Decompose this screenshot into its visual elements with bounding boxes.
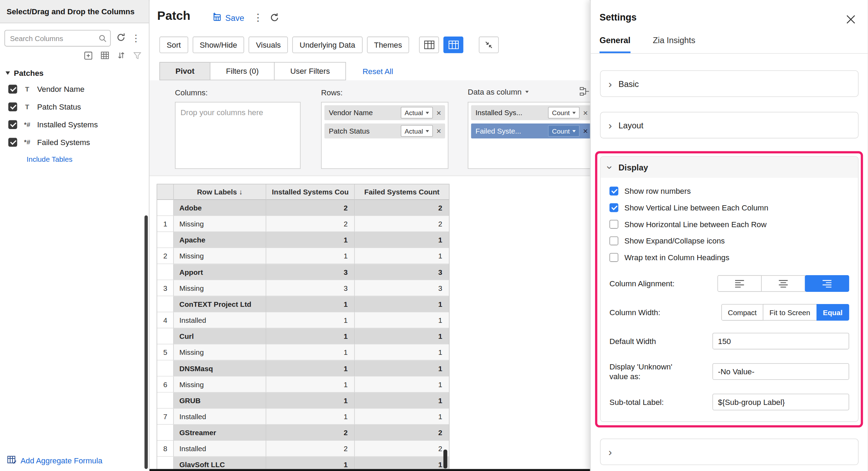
row-label-cell[interactable]: Installed: [174, 409, 266, 425]
reset-all-link[interactable]: Reset All: [363, 67, 393, 75]
pivot-view-button[interactable]: [443, 37, 463, 53]
value-cell[interactable]: 2: [355, 441, 449, 457]
value-cell[interactable]: 3: [355, 264, 449, 280]
close-icon[interactable]: [846, 14, 856, 26]
collapse-panel-button[interactable]: [479, 37, 499, 53]
toolbar-button-underlying-data[interactable]: Underlying Data: [292, 37, 362, 53]
column-width-option[interactable]: Fit to Screen: [763, 304, 817, 321]
toolbar-button-show-hide[interactable]: Show/Hide: [192, 37, 244, 53]
value-cell[interactable]: 1: [266, 296, 355, 312]
value-cell[interactable]: 1: [266, 393, 355, 409]
row-chip-patch-status[interactable]: Patch Status Actual ×: [324, 123, 445, 138]
sort-columns-icon[interactable]: [117, 51, 125, 62]
field-item[interactable]: T Patch Status: [0, 98, 149, 116]
value-cell[interactable]: 1: [266, 409, 355, 425]
grid-view-icon[interactable]: [101, 51, 109, 62]
display-option-row[interactable]: Show row numbers: [610, 186, 849, 195]
value-cell[interactable]: 1: [266, 328, 355, 344]
column-header[interactable]: Installed Systems Cou: [266, 184, 355, 200]
value-cell[interactable]: 1: [355, 232, 449, 248]
patches-tree-toggle[interactable]: Patches: [0, 64, 149, 80]
row-label-cell[interactable]: Apport: [174, 264, 266, 280]
section-basic[interactable]: › Basic: [600, 70, 859, 97]
value-cell[interactable]: 2: [266, 425, 355, 441]
column-header[interactable]: Row Labels ↓: [174, 184, 266, 200]
value-cell[interactable]: 3: [355, 280, 449, 296]
field-item[interactable]: T Vendor Name: [0, 80, 149, 98]
tab-filters[interactable]: Filters (0): [210, 62, 275, 80]
filter-columns-icon[interactable]: [134, 51, 141, 62]
row-label-cell[interactable]: Installed: [174, 441, 266, 457]
data-chip-failed-systems[interactable]: Failed Syste... Count ×: [471, 123, 590, 138]
field-checkbox[interactable]: [8, 102, 17, 111]
value-cell[interactable]: 2: [355, 200, 449, 216]
align-center-button[interactable]: [761, 275, 805, 292]
row-chip-vendor-name[interactable]: Vendor Name Actual ×: [324, 105, 445, 120]
report-more-icon[interactable]: ⋮: [253, 11, 263, 24]
value-cell[interactable]: 2: [266, 200, 355, 216]
row-label-cell[interactable]: GRUB: [174, 393, 266, 409]
option-checkbox[interactable]: [610, 203, 618, 212]
section-layout[interactable]: › Layout: [600, 112, 859, 138]
row-label-cell[interactable]: Missing: [174, 248, 266, 264]
row-label-cell[interactable]: GStreamer: [174, 425, 266, 441]
field-checkbox[interactable]: [8, 85, 17, 94]
column-header[interactable]: Failed Systems Count: [355, 184, 449, 200]
section-next-partial[interactable]: ›: [600, 439, 859, 465]
add-aggregate-row[interactable]: Add Aggregate Formula: [7, 455, 103, 466]
column-width-option[interactable]: Equal: [816, 304, 849, 321]
rows-dropzone[interactable]: Vendor Name Actual × Patch Status Actual…: [321, 102, 448, 169]
toolbar-button-themes[interactable]: Themes: [367, 37, 409, 53]
row-label-cell[interactable]: Missing: [174, 376, 266, 392]
row-label-cell[interactable]: Curl: [174, 328, 266, 344]
sidebar-more-icon[interactable]: ⋮: [131, 33, 140, 43]
value-cell[interactable]: 1: [266, 376, 355, 392]
add-aggregate-link[interactable]: Add Aggregate Formula: [21, 456, 102, 465]
value-cell[interactable]: 2: [355, 425, 449, 441]
data-dropzone[interactable]: Installed Sys... Count × Failed Syste...…: [468, 102, 590, 169]
tab-user-filters[interactable]: User Filters: [274, 62, 346, 80]
field-item[interactable]: *# Failed Systems: [0, 134, 149, 151]
field-checkbox[interactable]: [8, 120, 17, 129]
display-option-row[interactable]: Wrap text in Column Headings: [610, 253, 849, 262]
refresh-icon[interactable]: [116, 32, 126, 44]
table-view-button[interactable]: [419, 37, 439, 53]
value-cell[interactable]: 1: [355, 409, 449, 425]
value-cell[interactable]: 1: [355, 296, 449, 312]
toolbar-button-visuals[interactable]: Visuals: [249, 37, 288, 53]
value-cell[interactable]: 1: [266, 248, 355, 264]
main-horizontal-scrollbar[interactable]: [150, 469, 590, 471]
option-checkbox[interactable]: [610, 186, 618, 195]
search-columns-box[interactable]: [5, 30, 111, 47]
align-left-button[interactable]: [717, 275, 762, 292]
sidebar-scrollbar[interactable]: [144, 215, 148, 469]
tab-pivot[interactable]: Pivot: [159, 62, 210, 80]
column-width-option[interactable]: Compact: [721, 304, 763, 321]
value-cell[interactable]: 1: [355, 312, 449, 328]
aggregate-select[interactable]: Count: [548, 107, 580, 118]
option-checkbox[interactable]: [610, 253, 618, 262]
aggregate-select[interactable]: Actual: [401, 125, 433, 137]
row-label-cell[interactable]: ConTEXT Project Ltd: [174, 296, 266, 312]
search-columns-input[interactable]: [5, 31, 110, 46]
undo-icon[interactable]: [270, 12, 280, 24]
aggregate-select[interactable]: Count: [548, 125, 580, 137]
field-checkbox[interactable]: [8, 138, 17, 146]
display-option-row[interactable]: Show Vertical Line between Each Column: [610, 203, 849, 212]
value-cell[interactable]: 1: [355, 393, 449, 409]
value-cell[interactable]: 2: [266, 216, 355, 232]
unknown-value-input[interactable]: [713, 364, 849, 380]
value-cell[interactable]: 1: [266, 344, 355, 360]
value-cell[interactable]: 1: [266, 360, 355, 376]
data-chip-installed-systems[interactable]: Installed Sys... Count ×: [471, 105, 590, 120]
remove-chip-icon[interactable]: ×: [436, 127, 441, 135]
default-width-input[interactable]: [713, 333, 849, 350]
value-cell[interactable]: 1: [355, 328, 449, 344]
row-label-cell[interactable]: Missing: [174, 344, 266, 360]
value-cell[interactable]: 1: [266, 312, 355, 328]
align-right-button[interactable]: [805, 275, 849, 292]
data-layout-icon[interactable]: [580, 87, 590, 98]
value-cell[interactable]: 1: [355, 360, 449, 376]
value-cell[interactable]: 3: [266, 264, 355, 280]
row-label-cell[interactable]: Missing: [174, 216, 266, 232]
